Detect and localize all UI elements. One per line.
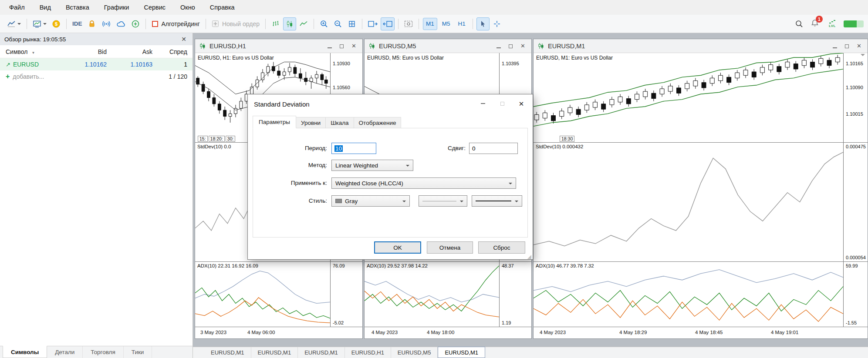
deposit-button[interactable]: $ [50,17,63,30]
timeframe-m5-button[interactable]: M5 [439,18,453,30]
lvl-button[interactable]: LVL [829,20,836,28]
column-header-spread[interactable]: Спред [152,48,187,55]
chart-tab-5[interactable]: EURUSD,M5 [391,347,438,358]
close-button[interactable]: ✕ [520,43,525,49]
notifications-button[interactable]: 1 [811,19,819,29]
arrange-right-icon [368,20,378,27]
menu-item-view[interactable]: Вид [32,4,58,11]
crosshair-tool-button[interactable] [490,17,503,30]
column-header-ask[interactable]: Ask [107,48,152,55]
lvl-label: LVL [829,24,836,28]
minimize-button[interactable] [328,42,332,50]
standard-deviation-dialog: Standard Deviation ✕ Параметры Уровни Шк… [247,94,533,260]
close-button[interactable]: ✕ [351,43,356,49]
line-color-combo[interactable]: Gray [331,195,410,207]
apply-to-combo[interactable]: Weighted Close (HLCC/4) [331,177,516,189]
menu-item-tools[interactable]: Сервис [136,4,173,11]
price-label: 1.10090 [846,85,863,90]
shift-input[interactable]: 0 [469,143,518,154]
tile-windows-button[interactable] [345,17,358,30]
symbol-row-eurusd[interactable]: ↗EURUSD 1.10162 1.10163 1 [0,58,193,70]
menu-item-help[interactable]: Справка [203,4,242,11]
cloud-button[interactable] [114,17,128,30]
reset-button[interactable]: Сброс [478,241,525,254]
maximize-button[interactable] [509,42,513,50]
menu-item-charts[interactable]: Графики [97,4,137,11]
chart-tab-1[interactable]: EURUSD,M1 [204,347,251,358]
tab-symbols[interactable]: Символы [3,346,47,358]
column-header-bid[interactable]: Bid [61,48,107,55]
dialog-maximize-button[interactable] [493,97,512,110]
minimize-button[interactable] [496,42,501,50]
ok-button[interactable]: OK [374,241,421,254]
lock-button[interactable] [85,17,98,30]
chart-titlebar[interactable]: EURUSD,M5 ✕ [365,39,531,53]
tab-details[interactable]: Детали [47,346,83,358]
tab-ticks[interactable]: Тики [124,346,152,358]
menu-item-window[interactable]: Окно [173,4,203,11]
maximize-button[interactable] [845,42,849,50]
chart-titlebar[interactable]: EURUSD,H1 ✕ [195,39,362,53]
dialog-minimize-button[interactable] [473,97,493,110]
chart-tab-4[interactable]: EURUSD,H1 [345,347,391,358]
close-icon[interactable]: ✕ [179,36,188,43]
search-button[interactable] [793,17,806,30]
adx-plot[interactable] [534,262,844,327]
line-style-combo[interactable] [419,195,467,207]
stddev-plot[interactable] [534,143,844,261]
add-symbol-row[interactable]: + добавить... 1 / 120 [0,70,193,83]
adx-plot[interactable] [195,262,331,327]
timeframe-h1-button[interactable]: H1 [455,18,469,30]
add-account-button[interactable] [129,17,142,30]
shift-chart-left-button[interactable] [381,17,395,30]
menu-item-file[interactable]: Файл [2,4,32,11]
zoom-out-button[interactable] [331,17,344,30]
tab-visualization[interactable]: Отображение [354,117,402,128]
cancel-button[interactable]: Отмена [427,241,473,254]
timeframe-m1-button[interactable]: M1 [423,18,437,30]
timeframe-h1-label: H1 [456,20,468,27]
period-value: 10 [334,145,343,152]
column-header-symbol[interactable]: Символ ▼ [6,48,61,55]
chart-style-button[interactable] [5,17,23,30]
connection-level-indicator [844,20,864,27]
price-plot[interactable] [534,53,844,142]
zoom-in-button[interactable] [317,17,331,30]
broadcast-button[interactable] [99,17,113,30]
menu-item-insert[interactable]: Вставка [58,4,97,11]
chart-profile-button[interactable] [30,17,49,30]
new-order-button[interactable]: Новый ордер [209,17,262,30]
line-width-combo[interactable] [472,195,522,207]
algo-trading-button[interactable]: Алготрейдинг [149,17,202,30]
line-style-sample [422,201,456,201]
bid-value: 1.10162 [61,61,107,68]
resize-grip[interactable]: ◢ [527,254,531,259]
period-input[interactable]: 10 [331,143,376,154]
line-chart-mode-button[interactable] [297,17,310,30]
tab-levels[interactable]: Уровни [296,117,326,128]
method-combo[interactable]: Linear Weighted [331,160,413,171]
minimize-button[interactable] [833,42,837,50]
toolbar-separator [398,19,399,29]
toolbar-separator [66,19,67,29]
screenshot-button[interactable] [402,17,415,30]
column-header-symbol-label: Символ [6,48,27,55]
close-button[interactable]: ✕ [857,43,861,49]
chart-tab-3[interactable]: EURUSD,M1 [298,347,345,358]
dialog-close-button[interactable]: ✕ [512,97,531,110]
chart-tab-6[interactable]: EURUSD,M1 [438,347,485,358]
ide-button[interactable]: IDE [70,17,84,30]
bar-chart-mode-button[interactable] [269,17,282,30]
chart-titlebar[interactable]: EURUSD,M1 ✕ [534,39,868,53]
tab-scale[interactable]: Шкала [326,117,354,128]
tab-parameters[interactable]: Параметры [253,116,296,128]
shift-chart-right-button[interactable] [366,17,380,30]
adx-axis: 59.99 -1.55 [844,262,868,327]
candle-chart-mode-button[interactable] [283,17,296,30]
cursor-tool-button[interactable] [476,17,490,30]
tab-trading[interactable]: Торговля [83,346,123,358]
adx-plot[interactable] [365,262,500,327]
lock-icon [88,20,96,28]
maximize-button[interactable] [340,42,344,50]
chart-tab-2[interactable]: EURUSD,M1 [251,347,298,358]
